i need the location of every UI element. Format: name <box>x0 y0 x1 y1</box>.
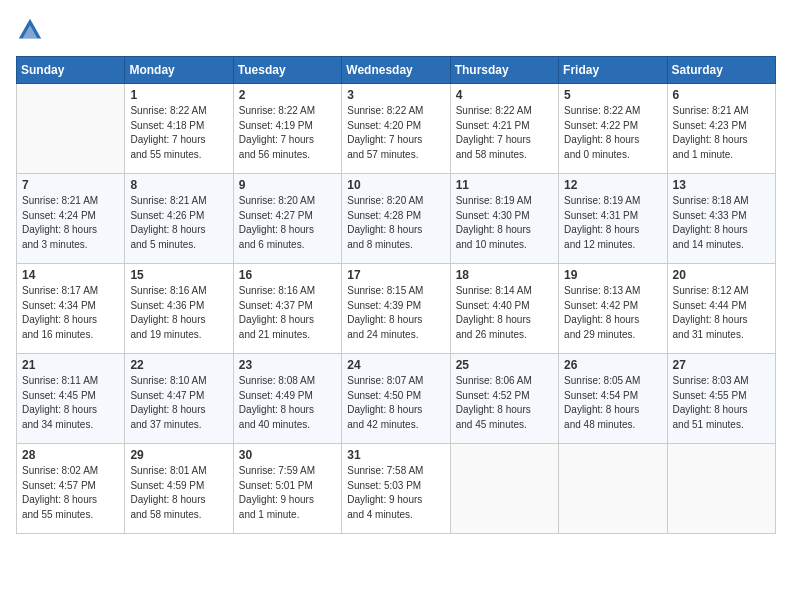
calendar-cell: 24Sunrise: 8:07 AMSunset: 4:50 PMDayligh… <box>342 354 450 444</box>
calendar-cell: 13Sunrise: 8:18 AMSunset: 4:33 PMDayligh… <box>667 174 775 264</box>
calendar-cell <box>17 84 125 174</box>
calendar-cell: 19Sunrise: 8:13 AMSunset: 4:42 PMDayligh… <box>559 264 667 354</box>
day-number: 13 <box>673 178 770 192</box>
calendar-cell: 22Sunrise: 8:10 AMSunset: 4:47 PMDayligh… <box>125 354 233 444</box>
calendar-cell: 17Sunrise: 8:15 AMSunset: 4:39 PMDayligh… <box>342 264 450 354</box>
week-row-4: 21Sunrise: 8:11 AMSunset: 4:45 PMDayligh… <box>17 354 776 444</box>
weekday-header-tuesday: Tuesday <box>233 57 341 84</box>
calendar-cell: 11Sunrise: 8:19 AMSunset: 4:30 PMDayligh… <box>450 174 558 264</box>
day-number: 9 <box>239 178 336 192</box>
day-info: Sunrise: 8:18 AMSunset: 4:33 PMDaylight:… <box>673 194 770 252</box>
weekday-header-saturday: Saturday <box>667 57 775 84</box>
calendar-cell: 30Sunrise: 7:59 AMSunset: 5:01 PMDayligh… <box>233 444 341 534</box>
day-number: 26 <box>564 358 661 372</box>
calendar-cell: 16Sunrise: 8:16 AMSunset: 4:37 PMDayligh… <box>233 264 341 354</box>
week-row-3: 14Sunrise: 8:17 AMSunset: 4:34 PMDayligh… <box>17 264 776 354</box>
weekday-header-thursday: Thursday <box>450 57 558 84</box>
calendar-cell: 5Sunrise: 8:22 AMSunset: 4:22 PMDaylight… <box>559 84 667 174</box>
calendar-cell: 21Sunrise: 8:11 AMSunset: 4:45 PMDayligh… <box>17 354 125 444</box>
day-info: Sunrise: 8:11 AMSunset: 4:45 PMDaylight:… <box>22 374 119 432</box>
day-number: 7 <box>22 178 119 192</box>
day-info: Sunrise: 8:08 AMSunset: 4:49 PMDaylight:… <box>239 374 336 432</box>
calendar-cell: 20Sunrise: 8:12 AMSunset: 4:44 PMDayligh… <box>667 264 775 354</box>
day-info: Sunrise: 8:07 AMSunset: 4:50 PMDaylight:… <box>347 374 444 432</box>
weekday-header-wednesday: Wednesday <box>342 57 450 84</box>
day-number: 29 <box>130 448 227 462</box>
day-number: 1 <box>130 88 227 102</box>
day-info: Sunrise: 8:10 AMSunset: 4:47 PMDaylight:… <box>130 374 227 432</box>
day-info: Sunrise: 8:22 AMSunset: 4:22 PMDaylight:… <box>564 104 661 162</box>
logo <box>16 16 48 44</box>
day-info: Sunrise: 8:21 AMSunset: 4:23 PMDaylight:… <box>673 104 770 162</box>
day-number: 19 <box>564 268 661 282</box>
day-number: 25 <box>456 358 553 372</box>
calendar-cell: 6Sunrise: 8:21 AMSunset: 4:23 PMDaylight… <box>667 84 775 174</box>
calendar-cell: 12Sunrise: 8:19 AMSunset: 4:31 PMDayligh… <box>559 174 667 264</box>
day-number: 31 <box>347 448 444 462</box>
calendar-cell: 15Sunrise: 8:16 AMSunset: 4:36 PMDayligh… <box>125 264 233 354</box>
day-number: 28 <box>22 448 119 462</box>
day-number: 12 <box>564 178 661 192</box>
day-info: Sunrise: 8:22 AMSunset: 4:21 PMDaylight:… <box>456 104 553 162</box>
day-number: 22 <box>130 358 227 372</box>
day-info: Sunrise: 8:02 AMSunset: 4:57 PMDaylight:… <box>22 464 119 522</box>
day-info: Sunrise: 8:13 AMSunset: 4:42 PMDaylight:… <box>564 284 661 342</box>
day-info: Sunrise: 8:05 AMSunset: 4:54 PMDaylight:… <box>564 374 661 432</box>
page-header <box>16 16 776 44</box>
day-number: 23 <box>239 358 336 372</box>
day-number: 27 <box>673 358 770 372</box>
day-number: 20 <box>673 268 770 282</box>
week-row-2: 7Sunrise: 8:21 AMSunset: 4:24 PMDaylight… <box>17 174 776 264</box>
day-number: 30 <box>239 448 336 462</box>
day-info: Sunrise: 8:12 AMSunset: 4:44 PMDaylight:… <box>673 284 770 342</box>
calendar-cell: 27Sunrise: 8:03 AMSunset: 4:55 PMDayligh… <box>667 354 775 444</box>
day-info: Sunrise: 8:01 AMSunset: 4:59 PMDaylight:… <box>130 464 227 522</box>
day-info: Sunrise: 8:21 AMSunset: 4:26 PMDaylight:… <box>130 194 227 252</box>
weekday-header-friday: Friday <box>559 57 667 84</box>
calendar-table: SundayMondayTuesdayWednesdayThursdayFrid… <box>16 56 776 534</box>
day-number: 5 <box>564 88 661 102</box>
day-number: 18 <box>456 268 553 282</box>
calendar-cell: 7Sunrise: 8:21 AMSunset: 4:24 PMDaylight… <box>17 174 125 264</box>
calendar-cell: 29Sunrise: 8:01 AMSunset: 4:59 PMDayligh… <box>125 444 233 534</box>
weekday-header-sunday: Sunday <box>17 57 125 84</box>
day-info: Sunrise: 8:22 AMSunset: 4:20 PMDaylight:… <box>347 104 444 162</box>
day-number: 21 <box>22 358 119 372</box>
day-info: Sunrise: 8:22 AMSunset: 4:19 PMDaylight:… <box>239 104 336 162</box>
day-info: Sunrise: 8:20 AMSunset: 4:28 PMDaylight:… <box>347 194 444 252</box>
day-info: Sunrise: 8:20 AMSunset: 4:27 PMDaylight:… <box>239 194 336 252</box>
day-info: Sunrise: 8:22 AMSunset: 4:18 PMDaylight:… <box>130 104 227 162</box>
day-info: Sunrise: 8:03 AMSunset: 4:55 PMDaylight:… <box>673 374 770 432</box>
week-row-1: 1Sunrise: 8:22 AMSunset: 4:18 PMDaylight… <box>17 84 776 174</box>
weekday-header-row: SundayMondayTuesdayWednesdayThursdayFrid… <box>17 57 776 84</box>
calendar-cell: 2Sunrise: 8:22 AMSunset: 4:19 PMDaylight… <box>233 84 341 174</box>
day-info: Sunrise: 8:21 AMSunset: 4:24 PMDaylight:… <box>22 194 119 252</box>
day-number: 3 <box>347 88 444 102</box>
weekday-header-monday: Monday <box>125 57 233 84</box>
day-number: 17 <box>347 268 444 282</box>
day-number: 6 <box>673 88 770 102</box>
day-number: 8 <box>130 178 227 192</box>
calendar-cell: 31Sunrise: 7:58 AMSunset: 5:03 PMDayligh… <box>342 444 450 534</box>
calendar-cell <box>450 444 558 534</box>
calendar-cell: 14Sunrise: 8:17 AMSunset: 4:34 PMDayligh… <box>17 264 125 354</box>
day-number: 14 <box>22 268 119 282</box>
calendar-cell: 8Sunrise: 8:21 AMSunset: 4:26 PMDaylight… <box>125 174 233 264</box>
day-info: Sunrise: 8:16 AMSunset: 4:36 PMDaylight:… <box>130 284 227 342</box>
day-info: Sunrise: 8:19 AMSunset: 4:30 PMDaylight:… <box>456 194 553 252</box>
day-info: Sunrise: 8:06 AMSunset: 4:52 PMDaylight:… <box>456 374 553 432</box>
calendar-cell: 3Sunrise: 8:22 AMSunset: 4:20 PMDaylight… <box>342 84 450 174</box>
calendar-cell: 4Sunrise: 8:22 AMSunset: 4:21 PMDaylight… <box>450 84 558 174</box>
day-info: Sunrise: 8:16 AMSunset: 4:37 PMDaylight:… <box>239 284 336 342</box>
day-info: Sunrise: 8:19 AMSunset: 4:31 PMDaylight:… <box>564 194 661 252</box>
day-number: 2 <box>239 88 336 102</box>
day-info: Sunrise: 7:58 AMSunset: 5:03 PMDaylight:… <box>347 464 444 522</box>
day-number: 4 <box>456 88 553 102</box>
day-number: 15 <box>130 268 227 282</box>
day-number: 16 <box>239 268 336 282</box>
calendar-cell: 23Sunrise: 8:08 AMSunset: 4:49 PMDayligh… <box>233 354 341 444</box>
day-info: Sunrise: 8:14 AMSunset: 4:40 PMDaylight:… <box>456 284 553 342</box>
day-number: 24 <box>347 358 444 372</box>
calendar-cell: 26Sunrise: 8:05 AMSunset: 4:54 PMDayligh… <box>559 354 667 444</box>
week-row-5: 28Sunrise: 8:02 AMSunset: 4:57 PMDayligh… <box>17 444 776 534</box>
